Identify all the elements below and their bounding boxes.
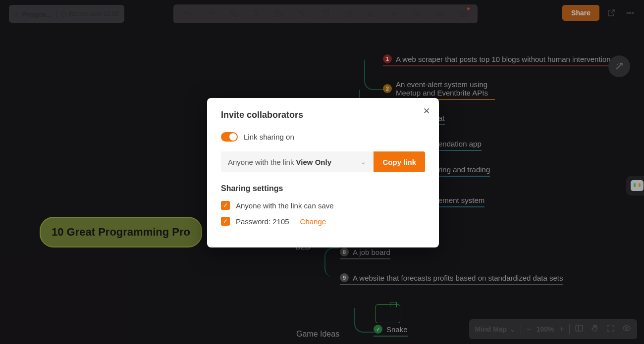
password-option-label: Password: 2105 [236,217,289,226]
permission-text: Anyone with the link View Only [228,158,331,166]
close-button[interactable]: ✕ [423,106,430,116]
permission-select[interactable]: Anyone with the link View Only ⌄ [221,151,374,172]
password-checkbox[interactable]: ✓ [221,217,230,226]
copy-link-button[interactable]: Copy link [374,151,425,172]
save-checkbox[interactable]: ✓ [221,201,230,210]
chevron-down-icon: ⌄ [360,157,367,166]
change-password-link[interactable]: Change [300,217,326,226]
invite-collaborators-modal: ✕ Invite collaborators Link sharing on A… [207,98,439,247]
modal-title: Invite collaborators [221,110,425,120]
permission-prefix: Anyone with the link [228,158,296,166]
link-sharing-toggle[interactable] [221,132,238,142]
sharing-settings-title: Sharing settings [221,184,425,193]
save-option-label: Anyone with the link can save [236,201,334,210]
toggle-label: Link sharing on [244,133,294,141]
permission-mode: View Only [296,158,331,166]
